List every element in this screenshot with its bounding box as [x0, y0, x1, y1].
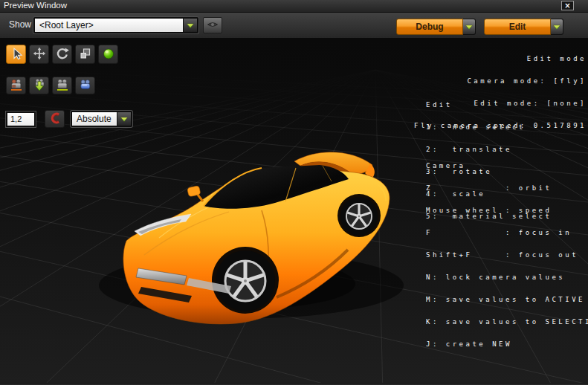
- preview-window: Preview Window × Show <Root Layer> Debug: [0, 0, 588, 385]
- scale-icon: [79, 47, 92, 62]
- create-new-camera-button[interactable]: [75, 77, 95, 94]
- chevron-down-icon: [465, 22, 474, 33]
- visibility-toggle-button[interactable]: [203, 17, 222, 33]
- camera-save-active-icon: [33, 78, 46, 94]
- magnet-icon: [48, 111, 62, 127]
- camera-tool-palette: [6, 77, 95, 94]
- material-select-tool-button[interactable]: [98, 45, 118, 64]
- node-select-tool-button[interactable]: [6, 45, 26, 64]
- chevron-down-icon[interactable]: [184, 19, 197, 32]
- show-label: Show: [9, 19, 31, 30]
- save-values-to-active-button[interactable]: [29, 77, 49, 94]
- camera-save-selected-icon: [56, 78, 69, 94]
- edit-button[interactable]: Edit: [484, 19, 551, 35]
- snap-mode-dropdown[interactable]: Absolute: [71, 111, 132, 127]
- save-values-to-selected-button[interactable]: [52, 77, 72, 94]
- scale-tool-button[interactable]: [75, 45, 95, 64]
- edit-split-button: Edit: [484, 19, 563, 35]
- snap-mode-value: Absolute: [72, 112, 117, 126]
- camera-lock-icon: [10, 78, 23, 94]
- layer-dropdown-value: <Root Layer>: [35, 19, 183, 32]
- snap-controls: Absolute: [6, 110, 132, 128]
- title-bar: Preview Window ×: [0, 0, 588, 13]
- debug-dropdown-button[interactable]: [463, 19, 476, 35]
- edit-dropdown-button[interactable]: [551, 19, 563, 35]
- camera-new-icon: [79, 78, 92, 94]
- snap-toggle-button[interactable]: [45, 110, 65, 128]
- close-button[interactable]: ×: [561, 1, 574, 10]
- cursor-icon: [10, 47, 23, 62]
- rotate-tool-button[interactable]: [52, 45, 72, 64]
- snap-value-input[interactable]: [6, 111, 36, 127]
- layer-dropdown[interactable]: <Root Layer>: [33, 17, 198, 33]
- move-icon: [33, 47, 46, 62]
- sphere-icon: [102, 47, 115, 62]
- toolbar: Show <Root Layer> Debug Edit: [0, 13, 588, 39]
- eye-icon: [206, 19, 219, 32]
- chevron-down-icon: [552, 22, 561, 33]
- lock-camera-values-button[interactable]: [6, 77, 26, 94]
- rotate-icon: [56, 47, 69, 62]
- debug-split-button: Debug: [396, 19, 476, 35]
- translate-tool-button[interactable]: [29, 45, 49, 64]
- debug-button[interactable]: Debug: [396, 19, 463, 35]
- viewport-3d[interactable]: Edit mode Camera mode: [fly] Edit mode: …: [0, 39, 588, 385]
- window-title: Preview Window: [4, 1, 67, 10]
- edit-tool-palette: [6, 45, 118, 64]
- chevron-down-icon[interactable]: [117, 112, 131, 126]
